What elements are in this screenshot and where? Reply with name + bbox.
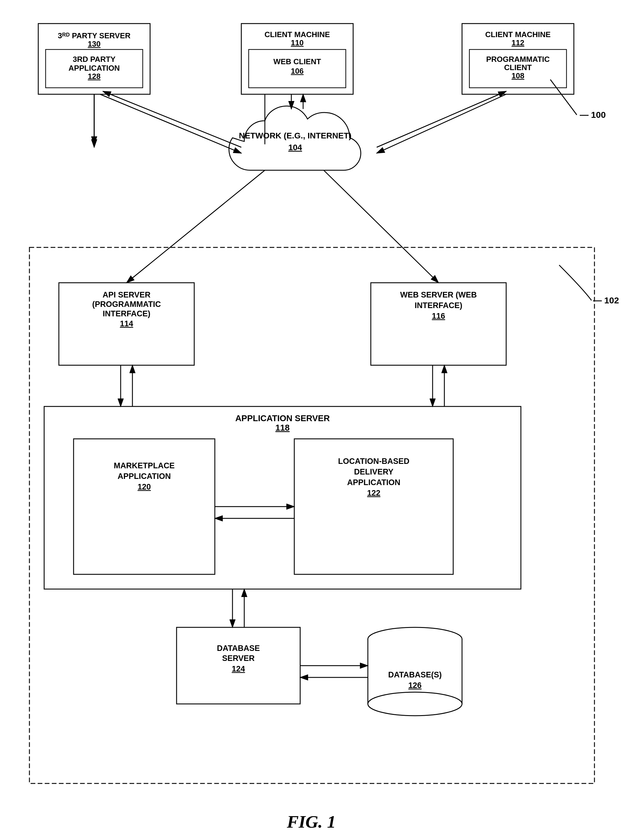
svg-line-67	[377, 91, 506, 147]
svg-text:PROGRAMMATIC: PROGRAMMATIC	[486, 55, 550, 64]
svg-text:SERVER: SERVER	[222, 654, 255, 663]
svg-text:110: 110	[291, 38, 304, 47]
svg-text:CLIENT MACHINE: CLIENT MACHINE	[265, 30, 330, 39]
fig-label: FIG. 1	[287, 812, 336, 831]
svg-text:API SERVER: API SERVER	[103, 291, 150, 299]
svg-rect-37	[74, 439, 215, 574]
svg-line-66	[377, 94, 506, 153]
svg-point-54	[368, 692, 462, 716]
svg-text:122: 122	[367, 489, 380, 497]
svg-text:116: 116	[432, 312, 445, 320]
svg-line-69	[103, 91, 241, 147]
svg-text:— 102: — 102	[593, 295, 619, 305]
svg-text:NETWORK (E.G., INTERNET): NETWORK (E.G., INTERNET)	[239, 131, 352, 140]
svg-text:WEB CLIENT: WEB CLIENT	[273, 57, 321, 66]
svg-line-71	[324, 170, 439, 283]
svg-line-68	[100, 94, 241, 153]
svg-text:104: 104	[288, 143, 302, 152]
svg-text:112: 112	[511, 38, 524, 47]
svg-line-61	[94, 94, 241, 144]
svg-text:DATABASE: DATABASE	[217, 644, 260, 653]
svg-text:— 100: — 100	[580, 110, 606, 120]
svg-text:126: 126	[408, 681, 421, 690]
svg-text:106: 106	[291, 66, 304, 75]
svg-text:WEB SERVER (WEB: WEB SERVER (WEB	[400, 291, 477, 299]
svg-text:3RD PARTY: 3RD PARTY	[73, 55, 115, 64]
svg-text:DATABASE(S): DATABASE(S)	[388, 670, 442, 679]
svg-text:APPLICATION: APPLICATION	[118, 472, 171, 481]
svg-text:APPLICATION SERVER: APPLICATION SERVER	[235, 414, 330, 423]
svg-text:130: 130	[88, 40, 100, 48]
svg-text:CLIENT MACHINE: CLIENT MACHINE	[485, 30, 551, 39]
svg-text:CLIENT: CLIENT	[504, 63, 532, 72]
svg-text:(PROGRAMMATIC: (PROGRAMMATIC	[92, 300, 161, 309]
svg-text:120: 120	[137, 482, 151, 491]
svg-text:APPLICATION: APPLICATION	[69, 64, 120, 72]
svg-text:DELIVERY: DELIVERY	[354, 468, 393, 476]
svg-text:INTERFACE): INTERFACE)	[415, 301, 462, 310]
svg-text:108: 108	[511, 71, 524, 80]
svg-text:128: 128	[88, 72, 100, 81]
svg-text:124: 124	[232, 665, 245, 673]
svg-line-70	[127, 170, 265, 283]
svg-text:MARKETPLACE: MARKETPLACE	[114, 461, 175, 470]
svg-text:INTERFACE): INTERFACE)	[103, 309, 150, 318]
svg-text:118: 118	[275, 423, 290, 432]
svg-text:LOCATION-BASED: LOCATION-BASED	[338, 457, 410, 466]
svg-text:APPLICATION: APPLICATION	[347, 478, 400, 487]
svg-text:114: 114	[120, 319, 133, 328]
